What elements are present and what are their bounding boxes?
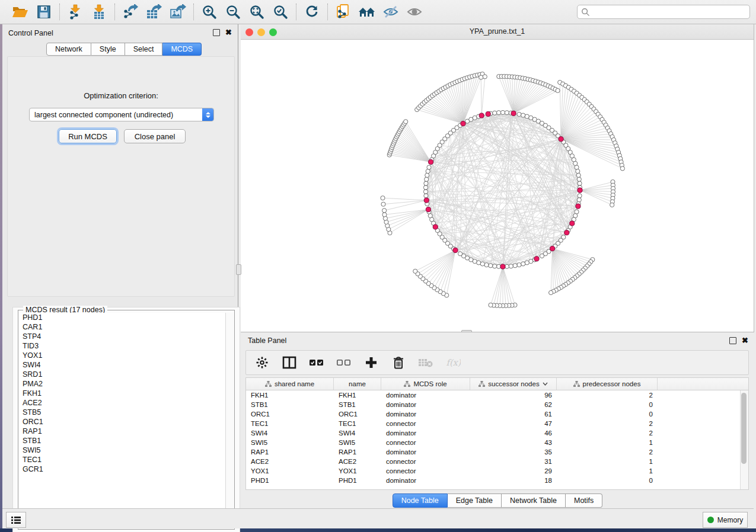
zoom-in-icon[interactable]	[200, 3, 218, 21]
cell-mcds_role: connector	[381, 458, 470, 465]
column-header-successor-nodes[interactable]: successor nodes	[470, 378, 557, 390]
cell-name: STB1	[334, 401, 381, 408]
show-all-icon[interactable]	[406, 3, 423, 21]
import-network-icon[interactable]	[66, 3, 84, 21]
mcds-result-item[interactable]: YOX1	[19, 351, 226, 360]
task-history-button[interactable]	[6, 512, 26, 528]
close-panel-icon[interactable]: ✖	[225, 30, 232, 36]
table-row-SWI5[interactable]: SWI5SWI5connector431	[246, 438, 748, 447]
show-columns-icon[interactable]	[282, 355, 297, 370]
vertical-splitter-handle[interactable]	[236, 264, 241, 275]
mcds-result-panel: MCDS result (17 nodes) PHD1CAR1STP4TID3Y…	[12, 307, 240, 532]
mcds-result-item[interactable]: SWI4	[19, 360, 226, 370]
delete-column-icon[interactable]	[391, 355, 406, 370]
search-box[interactable]	[577, 5, 750, 19]
tab-edge-table[interactable]: Edge Table	[448, 493, 502, 508]
tab-mcds[interactable]: MCDS	[162, 43, 202, 56]
mcds-result-item[interactable]: FKH1	[19, 389, 226, 398]
table-row-TEC1[interactable]: TEC1TEC1connector472	[246, 419, 748, 428]
first-neighbors-icon[interactable]	[358, 3, 376, 21]
table-panel-title: Table Panel	[248, 336, 286, 345]
list-icon	[11, 516, 21, 524]
table-row-ORC1[interactable]: ORC1ORC1dominator610	[246, 409, 748, 419]
cell-mcds_role: connector	[381, 467, 470, 475]
zoom-out-icon[interactable]	[224, 3, 242, 21]
tab-node-table[interactable]: Node Table	[393, 493, 448, 508]
control-panel-title: Control Panel	[8, 29, 53, 37]
table-row-SWI4[interactable]: SWI4SWI4dominator462	[246, 428, 748, 438]
select-all-icon[interactable]	[309, 355, 324, 370]
network-graph[interactable]	[241, 40, 753, 331]
cell-successor_nodes: 43	[470, 439, 557, 446]
zoom-selected-icon[interactable]	[272, 3, 289, 21]
export-network-icon[interactable]	[122, 3, 139, 21]
zoom-fit-icon[interactable]	[248, 3, 266, 21]
float-panel-icon[interactable]	[213, 29, 220, 36]
column-header-name[interactable]: name	[334, 378, 381, 390]
cell-shared_name: ACE2	[246, 458, 334, 465]
mcds-result-item[interactable]: ACE2	[19, 398, 226, 408]
network-canvas[interactable]	[241, 40, 753, 331]
import-table-icon[interactable]	[90, 3, 108, 21]
optimization-criterion-select[interactable]: largest connected component (undirected)	[29, 108, 214, 121]
mcds-result-item[interactable]: SRD1	[19, 370, 226, 379]
table-row-ACE2[interactable]: ACE2ACE2connector311	[246, 457, 748, 466]
add-column-icon[interactable]	[363, 355, 379, 370]
mcds-result-scrollbar[interactable]	[225, 313, 234, 528]
save-session-icon[interactable]	[35, 3, 53, 21]
column-header-MCDS-role[interactable]: MCDS role	[381, 378, 470, 390]
mcds-result-item[interactable]: TID3	[19, 341, 226, 351]
close-table-panel-icon[interactable]: ✖	[742, 338, 748, 344]
close-panel-button[interactable]: Close panel	[124, 129, 186, 143]
settings-gear-icon[interactable]	[254, 355, 270, 370]
mcds-result-item[interactable]: RAP1	[19, 427, 226, 436]
cell-name: ACE2	[334, 458, 381, 465]
mcds-result-item[interactable]: PMA2	[19, 379, 226, 389]
hide-selected-icon[interactable]	[382, 3, 400, 21]
table-row-PHD1[interactable]: PHD1PHD1dominator180	[246, 476, 748, 485]
memory-button[interactable]: Memory	[703, 512, 748, 528]
run-mcds-button[interactable]: Run MCDS	[59, 129, 117, 143]
optimization-criterion-label: Optimization criterion:	[8, 91, 234, 100]
mcds-result-item[interactable]: CAR1	[19, 322, 226, 332]
svg-text:f(x): f(x)	[446, 358, 461, 367]
open-file-icon[interactable]	[11, 3, 29, 21]
mcds-result-item[interactable]: GCR1	[19, 464, 226, 474]
apply-layout-icon[interactable]	[303, 3, 321, 21]
tab-network-table[interactable]: Network Table	[502, 493, 566, 508]
export-image-icon[interactable]	[169, 3, 187, 21]
mcds-result-item[interactable]: PHD1	[19, 313, 226, 322]
network-view-window: YPA_prune.txt_1	[241, 24, 754, 332]
cell-name: SWI4	[334, 430, 381, 437]
network-report-icon[interactable]	[334, 3, 352, 21]
tab-network[interactable]: Network	[46, 43, 91, 56]
mcds-result-item[interactable]: ORC1	[19, 417, 226, 427]
search-input[interactable]	[590, 7, 749, 17]
table-row-RAP1[interactable]: RAP1RAP1dominator352	[246, 447, 748, 457]
cell-name: SWI5	[334, 439, 381, 446]
export-table-icon[interactable]	[145, 3, 163, 21]
tab-style[interactable]: Style	[91, 43, 125, 56]
deselect-all-icon[interactable]	[336, 355, 352, 370]
mcds-result-item[interactable]: STB5	[19, 408, 226, 417]
network-window-titlebar[interactable]: YPA_prune.txt_1	[241, 24, 754, 40]
mcds-result-item[interactable]: TEC1	[19, 455, 226, 464]
cell-successor_nodes: 62	[470, 401, 557, 408]
float-table-panel-icon[interactable]	[729, 337, 736, 344]
tab-select[interactable]: Select	[125, 43, 163, 56]
column-header-shared-name[interactable]: shared name	[246, 378, 334, 390]
table-scrollbar[interactable]	[740, 390, 748, 489]
cell-predecessor_nodes: 0	[557, 477, 658, 484]
column-header-predecessor-nodes[interactable]: predecessor nodes	[557, 378, 658, 390]
cell-mcds_role: connector	[381, 439, 470, 446]
table-row-STB1[interactable]: STB1STB1dominator620	[246, 400, 748, 409]
mcds-result-list[interactable]: PHD1CAR1STP4TID3YOX1SWI4SRD1PMA2FKH1ACE2…	[19, 313, 226, 528]
status-bar: Memory	[2, 508, 754, 528]
mcds-result-item[interactable]: SWI5	[19, 446, 226, 455]
mcds-result-item[interactable]: STB1	[19, 436, 226, 446]
table-row-YOX1[interactable]: YOX1YOX1connector291	[246, 466, 748, 476]
mcds-result-item[interactable]: STP4	[19, 332, 226, 341]
tab-motifs[interactable]: Motifs	[566, 493, 602, 508]
table-row-FKH1[interactable]: FKH1FKH1dominator962	[246, 390, 748, 400]
cell-mcds_role: dominator	[381, 401, 470, 408]
